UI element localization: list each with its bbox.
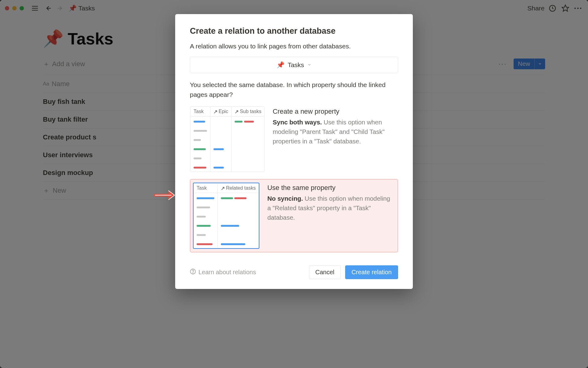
option-a-text: Create a new property Sync both ways. Us…: [273, 106, 398, 146]
mini-header: ↗Sub tasks: [232, 107, 265, 116]
mini-header: Task: [194, 183, 218, 193]
mini-header: ↗Epic: [210, 107, 232, 116]
option-a-title: Create a new property: [273, 106, 398, 116]
modal-footer: Learn about relations Cancel Create rela…: [190, 265, 398, 279]
modal-description: A relation allows you to link pages from…: [190, 43, 398, 50]
database-select-label: Tasks: [288, 61, 304, 69]
option-b-text: Use the same property No syncing. Use th…: [267, 183, 395, 222]
option-use-same-property[interactable]: Task ↗Related tasks Use the same propert…: [190, 179, 398, 252]
option-a-preview: Task ↗Epic ↗Sub tasks: [190, 106, 265, 172]
callout-arrow-icon: [154, 188, 175, 202]
learn-link[interactable]: Learn about relations: [190, 268, 256, 276]
chevron-down-icon: [307, 63, 311, 68]
help-icon: [190, 268, 196, 276]
modal-prompt: You selected the same database. In which…: [190, 80, 398, 99]
modal-title: Create a relation to another database: [190, 26, 398, 36]
database-select[interactable]: 📌 Tasks: [190, 57, 398, 73]
learn-link-label: Learn about relations: [198, 269, 256, 276]
option-a-lead: Sync both ways.: [273, 119, 322, 126]
mini-header: Task: [190, 107, 210, 116]
app-window: 📌 Tasks Share ··· 📌 Tasks ＋ Add a view ·…: [0, 0, 588, 368]
option-create-new-property[interactable]: Task ↗Epic ↗Sub tasks Create a new prope…: [190, 106, 398, 172]
svg-point-8: [193, 273, 193, 273]
pushpin-icon: 📌: [277, 61, 285, 69]
option-b-lead: No syncing.: [267, 195, 303, 202]
create-relation-button[interactable]: Create relation: [345, 265, 398, 279]
cancel-button[interactable]: Cancel: [309, 265, 341, 279]
create-relation-modal: Create a relation to another database A …: [175, 14, 413, 289]
mini-header: ↗Related tasks: [218, 183, 259, 193]
option-b-title: Use the same property: [267, 183, 395, 193]
option-b-preview: Task ↗Related tasks: [193, 183, 259, 249]
